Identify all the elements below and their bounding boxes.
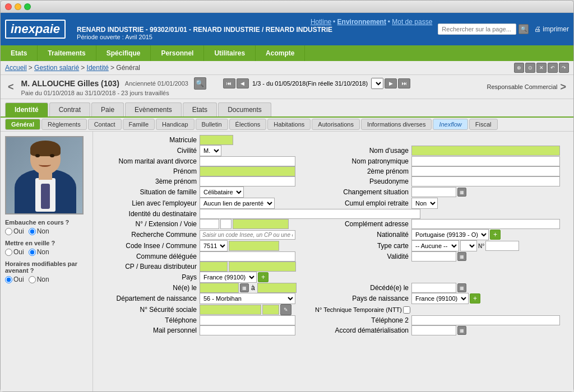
tab-evenements[interactable]: Evènements [125, 102, 182, 116]
search-button[interactable]: 🔍 [519, 24, 529, 34]
subtab-inexflow[interactable]: Inexflow [433, 119, 467, 130]
pays-naissance-add-button[interactable]: + [470, 293, 480, 304]
record-next-button[interactable]: ▶ [385, 78, 397, 88]
subtab-elections[interactable]: Élections [229, 119, 267, 130]
tab-identite[interactable]: Identité [5, 102, 48, 116]
secu-edit-button[interactable]: ✎ [280, 304, 291, 315]
numero-input[interactable]: 27 [200, 219, 219, 229]
ctrl-btn-2[interactable]: ⊙ [525, 63, 535, 73]
tab-documents[interactable]: Documents [218, 102, 271, 116]
nom-usage-input[interactable]: ALLOUCHE [411, 146, 560, 156]
subtab-famille[interactable]: Famille [123, 119, 155, 130]
tab-paie[interactable]: Paie [91, 102, 124, 116]
telephone-input[interactable]: 0235034040 [200, 315, 295, 325]
record-select[interactable] [371, 78, 383, 89]
bc-gestion[interactable]: Gestion salarié [34, 64, 79, 72]
hotline-link[interactable]: Hotline [311, 18, 331, 26]
cumul-emploi-select[interactable]: Non Oui [411, 198, 438, 209]
matricule-input[interactable]: 103 [200, 135, 233, 145]
naissance-input[interactable]: 01/03/1975 [200, 283, 239, 293]
pays-add-button[interactable]: + [258, 272, 269, 282]
tab-etats[interactable]: Etats [183, 102, 217, 116]
validite-calendar-icon[interactable]: ▦ [457, 252, 466, 261]
situation-select[interactable]: Célibataire [200, 186, 244, 198]
pays-select[interactable]: France (99100) [200, 272, 257, 283]
veille-non-label[interactable]: Non [29, 248, 49, 256]
accord-demat-input[interactable] [411, 325, 456, 335]
naissance-lieu-input[interactable]: AURAY [257, 283, 297, 293]
nationalite-add-button[interactable]: + [490, 230, 501, 240]
subtab-fiscal[interactable]: Fiscal [469, 119, 498, 130]
troisieme-prenom-input[interactable] [200, 176, 295, 186]
record-first-button[interactable]: ⏮ [223, 78, 235, 88]
second-prenom-input[interactable] [411, 166, 560, 176]
decede-calendar-icon[interactable]: ▦ [457, 283, 466, 292]
embauche-oui-radio[interactable] [5, 228, 12, 235]
veille-oui-radio[interactable] [5, 249, 12, 256]
embauche-non-label[interactable]: Non [29, 227, 49, 235]
recherche-commune-input[interactable] [200, 230, 295, 240]
complement-adresse-input[interactable] [411, 219, 560, 229]
ntt-checkbox[interactable] [403, 306, 410, 314]
secu-input[interactable]: 1750356007011 [200, 305, 261, 315]
maximize-button[interactable] [24, 3, 31, 10]
cp-input[interactable]: 75019 [200, 262, 228, 272]
subtab-habitations[interactable]: Habitations [267, 119, 311, 130]
record-last-button[interactable]: ⏭ [398, 78, 410, 88]
close-button[interactable] [5, 3, 12, 10]
changement-situation-input[interactable] [411, 187, 456, 197]
bc-accueil[interactable]: Accueil [5, 64, 27, 72]
nav-specifique[interactable]: Spécifique [96, 45, 151, 61]
horaires-oui-radio[interactable] [5, 276, 12, 283]
carte-numero-input[interactable] [485, 241, 519, 251]
subtab-general[interactable]: Général [5, 119, 40, 130]
telephone2-input[interactable] [411, 315, 560, 325]
embauche-non-radio[interactable] [29, 228, 36, 235]
horaires-non-label[interactable]: Non [29, 276, 49, 283]
accord-demat-calendar-icon[interactable]: ▦ [457, 326, 466, 335]
bureau-input[interactable]: PARIS XIX [229, 262, 296, 272]
nav-utilitaires[interactable]: Utilitaires [204, 45, 256, 61]
password-link[interactable]: Mot de passe [392, 18, 432, 26]
nav-acompte[interactable]: Acompte [256, 45, 305, 61]
ctrl-btn-4[interactable]: ↶ [548, 63, 558, 73]
secu-cle-input[interactable]: 22 [262, 305, 279, 315]
employee-next-button[interactable]: > [557, 81, 569, 93]
bc-identite[interactable]: Identité [87, 64, 109, 72]
civilite-select[interactable]: M. [200, 145, 221, 156]
prenom-input[interactable]: Gilles [200, 166, 295, 176]
nom-marital-input[interactable] [200, 156, 295, 166]
horaires-non-radio[interactable] [29, 276, 36, 283]
mail-input[interactable] [200, 325, 295, 335]
minimize-button[interactable] [15, 3, 21, 10]
subtab-handicap[interactable]: Handicap [156, 119, 194, 130]
subtab-bulletin[interactable]: Bulletin [196, 119, 228, 130]
commune-deleguee-input[interactable] [200, 251, 295, 262]
changement-situation-calendar-icon[interactable]: ▦ [457, 188, 466, 197]
employee-prev-button[interactable]: < [5, 81, 17, 93]
record-prev-button[interactable]: ◀ [237, 78, 249, 88]
naissance-calendar-icon[interactable]: ▦ [240, 283, 249, 292]
type-carte-select[interactable]: -- Aucune -- [411, 240, 459, 251]
veille-non-radio[interactable] [29, 249, 36, 256]
environment-link[interactable]: Environnement [337, 18, 386, 26]
extension-input[interactable] [220, 219, 232, 229]
subtab-info-diverses[interactable]: Informations diverses [361, 119, 432, 130]
nav-traitements[interactable]: Traitements [38, 45, 96, 61]
search-input[interactable] [438, 24, 516, 35]
ctrl-btn-3[interactable]: ✕ [536, 63, 547, 73]
veille-oui-label[interactable]: Oui [5, 248, 24, 256]
nom-patronymique-input[interactable] [411, 156, 560, 166]
horaires-oui-label[interactable]: Oui [5, 276, 24, 283]
embauche-oui-label[interactable]: Oui [5, 227, 24, 235]
subtab-contact[interactable]: Contact [88, 119, 122, 130]
validite-input[interactable] [411, 251, 456, 262]
nationalite-select[interactable]: Portugaise (99139 - O) [411, 229, 489, 240]
decede-input[interactable] [411, 283, 456, 293]
pseudonyme-input[interactable] [411, 176, 560, 186]
lien-select[interactable]: Aucun lien de parenté [200, 198, 275, 209]
tab-contrat[interactable]: Contrat [49, 102, 90, 116]
subtab-reglements[interactable]: Règlements [41, 119, 87, 130]
pays-naissance-select[interactable]: France (99100) [411, 293, 469, 304]
commune-input[interactable]: PARIS XIX [229, 241, 279, 251]
